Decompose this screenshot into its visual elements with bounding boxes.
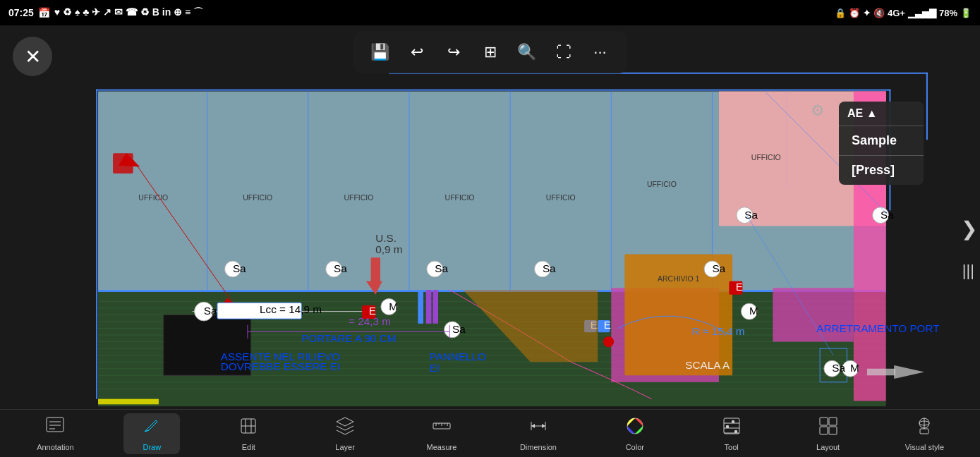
svg-rect-110	[432, 290, 438, 324]
expand-button[interactable]: ⛶	[548, 37, 579, 68]
floor-plan-svg: UFFICIO UFFICIO UFFICIO UFFICIO UFFICIO …	[0, 25, 980, 409]
tool-label: Tool	[725, 443, 739, 451]
svg-rect-2	[96, 90, 97, 399]
press-button[interactable]: [Press]	[839, 156, 924, 185]
svg-text:Sa: Sa	[832, 362, 845, 374]
more-icon: ···	[593, 43, 606, 61]
right-chevron-button[interactable]: ❯	[961, 217, 977, 240]
svg-text:UFFICIO: UFFICIO	[546, 194, 576, 202]
svg-text:UFFICIO: UFFICIO	[344, 194, 373, 202]
status-bar: 07:25 📅 ♥ ♻ ♠ ♣ ✈ ↗ ✉ ☎ ♻ B in ⊕ ≡ ⌒ 🔒 ⏰…	[0, 0, 980, 25]
edit-button[interactable]: Edit	[220, 413, 277, 454]
measure-icon	[432, 416, 452, 440]
measure-button[interactable]: Measure	[413, 413, 470, 454]
right-bars-button[interactable]: |||	[962, 262, 974, 280]
svg-text:M: M	[389, 300, 398, 312]
svg-text:Lcc = 14,9 m: Lcc = 14,9 m	[260, 303, 322, 315]
svg-text:M: M	[749, 305, 758, 317]
visual-style-icon	[914, 416, 934, 440]
svg-rect-146	[829, 427, 837, 434]
svg-text:UFFICIO: UFFICIO	[751, 154, 781, 162]
mute-icon: 🔇	[873, 8, 885, 18]
svg-text:Sa: Sa	[204, 305, 217, 317]
lock-icon: 🔒	[835, 8, 846, 18]
save-button[interactable]: 💾	[365, 37, 396, 68]
annotation-label: Annotation	[37, 443, 74, 451]
undo-icon: ↩	[411, 43, 423, 61]
svg-text:Sa: Sa	[543, 262, 556, 274]
svg-rect-145	[820, 427, 828, 434]
svg-text:E: E	[736, 281, 743, 293]
layer-button[interactable]: Layer	[317, 413, 373, 454]
svg-rect-142	[734, 430, 737, 433]
redo-button[interactable]: ↪	[438, 37, 469, 68]
battery-label: 78%	[939, 8, 957, 18]
time-display: 07:25	[8, 7, 34, 18]
svg-text:Sa: Sa	[334, 262, 347, 274]
svg-rect-50	[113, 153, 133, 173]
grid-button[interactable]: ⊞	[475, 37, 506, 68]
draw-button[interactable]: Draw	[123, 413, 180, 454]
bluetooth-icon: ✦	[863, 8, 871, 18]
svg-text:UFFICIO: UFFICIO	[243, 194, 272, 202]
sample-label: Sample	[852, 133, 897, 147]
bottom-toolbar: Annotation Draw Edit	[0, 409, 980, 457]
svg-rect-1	[96, 90, 890, 91]
dimension-label: Dimension	[520, 443, 557, 451]
tool-button[interactable]: Tool	[703, 413, 760, 454]
svg-text:UFFICIO: UFFICIO	[445, 194, 475, 202]
svg-text:Sa: Sa	[233, 262, 246, 274]
more-button[interactable]: ···	[585, 37, 616, 68]
svg-rect-144	[829, 418, 837, 425]
press-label: [Press]	[852, 163, 895, 177]
svg-rect-109	[426, 290, 432, 324]
svg-text:UFFICIO: UFFICIO	[138, 194, 168, 202]
color-icon	[625, 416, 645, 440]
layer-icon	[335, 416, 355, 440]
edit-label: Edit	[242, 443, 255, 451]
zoom-button[interactable]: 🔍	[512, 37, 543, 68]
svg-text:= 24,3 m: = 24,3 m	[349, 315, 391, 327]
measure-label: Measure	[427, 443, 457, 451]
visual-style-button[interactable]: Visual style	[896, 413, 952, 454]
dimension-button[interactable]: Dimension	[510, 413, 567, 454]
svg-text:EI: EI	[430, 362, 440, 374]
annotation-button[interactable]: Annotation	[27, 413, 83, 454]
top-toolbar: 💾 ↩ ↪ ⊞ 🔍 ⛶ ···	[353, 31, 627, 73]
svg-rect-141	[732, 420, 734, 423]
svg-text:DOVREBBE ESSERE EI: DOVREBBE ESSERE EI	[221, 360, 341, 372]
svg-rect-113	[47, 418, 63, 432]
svg-text:SCALA A: SCALA A	[685, 359, 730, 371]
svg-rect-90	[371, 257, 380, 281]
calendar-icon: 📅	[38, 7, 50, 18]
undo-button[interactable]: ↩	[401, 37, 432, 68]
draw-label: Draw	[143, 443, 161, 451]
save-icon: 💾	[370, 43, 389, 61]
ae-button[interactable]: AE ▲	[839, 102, 924, 126]
svg-text:0,9 m: 0,9 m	[375, 243, 402, 255]
svg-marker-134	[542, 424, 545, 428]
svg-rect-46	[98, 399, 159, 405]
redo-icon: ↪	[447, 43, 460, 61]
svg-rect-108	[418, 290, 423, 324]
svg-rect-143	[820, 418, 828, 425]
visual-style-label: Visual style	[905, 443, 944, 451]
battery-icon: 🔋	[960, 8, 972, 18]
layout-button[interactable]: Layout	[800, 413, 857, 454]
close-button[interactable]: ✕	[13, 37, 52, 76]
grid-icon: ⊞	[484, 43, 497, 61]
svg-text:Sa: Sa	[452, 323, 466, 335]
sample-button[interactable]: Sample	[839, 126, 924, 156]
svg-line-118	[156, 420, 157, 422]
svg-text:ARRETRAMENTO PORT: ARRETRAMENTO PORT	[816, 322, 939, 334]
annotation-icon	[45, 416, 65, 440]
color-button[interactable]: Color	[607, 413, 663, 454]
ae-label: AE ▲	[847, 107, 878, 120]
dimension-icon	[528, 416, 548, 440]
svg-text:M: M	[850, 362, 859, 374]
svg-text:R ≈ 15,4 m: R ≈ 15,4 m	[692, 325, 745, 337]
layout-icon	[818, 416, 838, 440]
signal-label: 4G+	[888, 8, 905, 18]
ae-panel: AE ▲ Sample [Press]	[839, 102, 924, 185]
gear-button[interactable]: ⚙	[811, 102, 825, 120]
